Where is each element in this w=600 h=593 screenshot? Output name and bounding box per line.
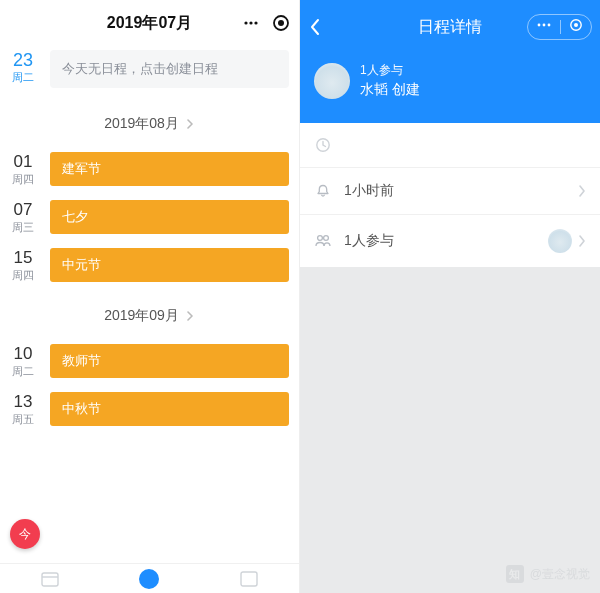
event-row[interactable]: 13 周五 中秋节 — [0, 388, 299, 436]
date-number: 01 — [0, 152, 46, 172]
date-number: 10 — [0, 344, 46, 364]
detail-header: 日程详情 — [300, 0, 600, 54]
participant-count: 1人参与 — [360, 62, 420, 79]
more-icon[interactable] — [241, 13, 261, 33]
chevron-right-icon — [578, 185, 586, 197]
more-icon[interactable] — [536, 18, 552, 36]
date-number: 07 — [0, 200, 46, 220]
participants-row[interactable]: 1人参与 — [300, 215, 600, 267]
bell-icon — [314, 183, 332, 199]
event-bar[interactable]: 中元节 — [50, 248, 289, 282]
chevron-right-icon — [578, 235, 586, 247]
event-bar[interactable]: 教师节 — [50, 344, 289, 378]
event-bar[interactable]: 建军节 — [50, 152, 289, 186]
date-column: 10 周二 — [0, 344, 46, 378]
watermark: 知 @壹念视觉 — [506, 565, 590, 583]
svg-point-16 — [324, 236, 329, 241]
date-weekday: 周四 — [0, 172, 46, 186]
svg-point-9 — [538, 24, 541, 27]
nav-item-other[interactable] — [234, 568, 264, 590]
no-event-message[interactable]: 今天无日程，点击创建日程 — [50, 50, 289, 88]
event-bar[interactable]: 中秋节 — [50, 392, 289, 426]
avatar — [548, 229, 572, 253]
svg-point-0 — [244, 21, 247, 24]
zhihu-logo-icon: 知 — [506, 565, 524, 583]
date-weekday: 周五 — [0, 412, 46, 426]
nav-item-calendar[interactable] — [35, 568, 65, 590]
participants-value: 1人参与 — [344, 232, 394, 250]
watermark-text: @壹念视觉 — [530, 566, 590, 583]
chevron-right-icon — [185, 311, 195, 321]
empty-area — [300, 267, 600, 507]
svg-point-7 — [139, 569, 159, 589]
event-row[interactable]: 01 周四 建军节 — [0, 148, 299, 196]
month-header[interactable]: 2019年08月 — [0, 100, 299, 148]
month-label: 2019年08月 — [104, 115, 179, 133]
reminder-row[interactable]: 1小时前 — [300, 168, 600, 215]
chevron-right-icon — [185, 119, 195, 129]
date-column: 07 周三 — [0, 200, 46, 234]
calendar-title[interactable]: 2019年07月 — [107, 13, 192, 34]
avatar[interactable] — [314, 63, 350, 99]
event-row[interactable]: 10 周二 教师节 — [0, 340, 299, 388]
date-number: 23 — [0, 50, 46, 70]
date-weekday: 周二 — [0, 70, 46, 84]
date-number: 13 — [0, 392, 46, 412]
date-weekday: 周三 — [0, 220, 46, 234]
date-column: 15 周四 — [0, 248, 46, 282]
capsule-divider — [560, 20, 561, 34]
svg-point-13 — [574, 23, 578, 27]
svg-point-1 — [249, 21, 252, 24]
month-label: 2019年09月 — [104, 307, 179, 325]
date-column: 13 周五 — [0, 392, 46, 426]
svg-rect-8 — [241, 572, 257, 586]
bottom-nav — [0, 563, 299, 593]
svg-point-11 — [548, 24, 551, 27]
svg-point-2 — [254, 21, 257, 24]
svg-point-15 — [318, 236, 323, 241]
date-number: 15 — [0, 248, 46, 268]
today-fab-label: 今 — [19, 526, 31, 543]
svg-point-10 — [543, 24, 546, 27]
event-row[interactable]: 15 周四 中元节 — [0, 244, 299, 292]
calendar-header: 2019年07月 — [0, 0, 299, 46]
creator-block: 1人参与 水韬 创建 — [300, 54, 600, 123]
date-column: 01 周四 — [0, 152, 46, 186]
target-icon[interactable] — [569, 18, 583, 36]
clock-icon — [314, 137, 332, 153]
back-icon[interactable] — [308, 0, 322, 54]
event-bar[interactable]: 七夕 — [50, 200, 289, 234]
reminder-value: 1小时前 — [344, 182, 394, 200]
nav-item-add[interactable] — [134, 568, 164, 590]
svg-rect-5 — [42, 573, 58, 586]
mini-program-capsule[interactable] — [527, 14, 592, 40]
detail-title: 日程详情 — [418, 17, 482, 38]
people-icon — [314, 233, 332, 249]
target-icon[interactable] — [271, 13, 291, 33]
today-fab[interactable]: 今 — [10, 519, 40, 549]
calendar-panel: 2019年07月 23 周二 今天无日程，点击创建日程 2019年08月 — [0, 0, 300, 593]
event-row[interactable]: 07 周三 七夕 — [0, 196, 299, 244]
date-column: 23 周二 — [0, 50, 46, 84]
date-weekday: 周四 — [0, 268, 46, 282]
today-row[interactable]: 23 周二 今天无日程，点击创建日程 — [0, 46, 299, 100]
time-row[interactable] — [300, 123, 600, 168]
detail-panel: 日程详情 1人参与 水韬 创建 — [300, 0, 600, 593]
creator-name: 水韬 创建 — [360, 81, 420, 99]
date-weekday: 周二 — [0, 364, 46, 378]
svg-point-4 — [278, 20, 284, 26]
detail-body: 1小时前 1人参与 — [300, 123, 600, 267]
month-header[interactable]: 2019年09月 — [0, 292, 299, 340]
